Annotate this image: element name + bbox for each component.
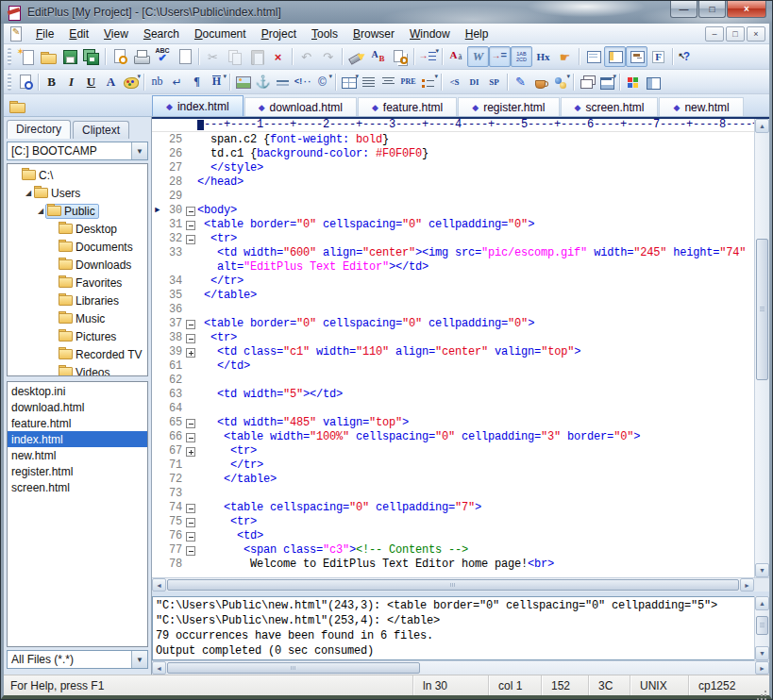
hex-viewer-button[interactable]: Hx <box>532 46 554 67</box>
view-in-browser-button[interactable] <box>623 72 643 92</box>
chevron-down-icon[interactable]: ▼ <box>131 651 147 668</box>
line-break-button[interactable]: ↵ <box>167 72 187 92</box>
word-wrap-button[interactable]: W <box>467 46 489 67</box>
menu-tools[interactable]: Tools <box>304 25 345 42</box>
fold-minus-box[interactable] <box>185 416 197 430</box>
delete-button[interactable]: × <box>267 46 289 67</box>
sidebar-tab-directory[interactable]: Directory <box>7 120 71 139</box>
print-preview-button[interactable] <box>109 46 130 67</box>
directory-tree[interactable]: C:\◢Users◢PublicDesktopDocumentsDownload… <box>7 163 148 376</box>
anchor-button[interactable]: ⚓ <box>253 72 273 92</box>
special-character-button[interactable]: ©▾ <box>312 72 332 92</box>
split-window-button[interactable] <box>643 72 663 92</box>
output-line[interactable]: "C:\Users\Public\new.html"(243,3): <tabl… <box>156 598 751 613</box>
output-vertical-scrollbar[interactable]: ▲ ▼ <box>754 596 769 660</box>
line-numbers-button[interactable]: 1AB 2CD <box>511 46 532 67</box>
scroll-right-arrow[interactable]: ► <box>740 578 754 592</box>
find-button[interactable] <box>345 46 367 67</box>
new-document-button[interactable] <box>15 46 37 67</box>
mdi-minimize-button[interactable]: – <box>705 26 724 42</box>
menu-help[interactable]: Help <box>458 25 496 42</box>
tree-item-public[interactable]: ◢Public <box>8 202 147 220</box>
replace-button[interactable] <box>367 46 389 67</box>
spell-check-button[interactable] <box>152 46 174 67</box>
fold-minus-box[interactable] <box>185 529 197 543</box>
resize-grip[interactable] <box>754 675 769 695</box>
italic-button[interactable]: I <box>61 72 81 92</box>
fold-minus-box[interactable] <box>185 501 197 515</box>
save-all-button[interactable] <box>80 46 102 67</box>
tree-item-users[interactable]: ◢Users <box>8 184 147 202</box>
context-help-button[interactable]: ? <box>676 46 697 67</box>
menu-search[interactable]: Search <box>136 25 187 42</box>
scroll-thumb[interactable] <box>756 616 768 635</box>
fold-plus-box[interactable] <box>185 444 197 458</box>
file-item-desktop.ini[interactable]: desktop.ini <box>8 383 147 399</box>
scroll-thumb[interactable] <box>167 662 420 674</box>
output-window[interactable]: "C:\Users\Public\new.html"(243,3): <tabl… <box>152 596 754 660</box>
minimize-button[interactable]: — <box>670 1 697 18</box>
find-in-files-button[interactable] <box>389 46 411 67</box>
close-button[interactable]: × <box>727 1 766 18</box>
fold-minus-box[interactable] <box>185 317 197 331</box>
tree-item-downloads[interactable]: Downloads <box>8 256 147 274</box>
save-file-button[interactable] <box>59 46 80 67</box>
directory-window-button[interactable] <box>604 46 626 67</box>
tab-feature.html[interactable]: ◆feature.html <box>358 97 457 116</box>
auto-indent-button[interactable] <box>489 46 511 67</box>
file-item-screen.html[interactable]: screen.html <box>8 479 147 495</box>
goto-line-button[interactable]: ▾ <box>417 46 439 67</box>
editor-vertical-scrollbar[interactable]: ▲ ▼ <box>754 119 769 577</box>
color-picker-button[interactable] <box>530 72 550 92</box>
project-folder-icon[interactable] <box>8 98 25 113</box>
fold-plus-box[interactable] <box>185 345 197 359</box>
tree-item-favorites[interactable]: Favorites <box>8 274 147 292</box>
fold-minus-box[interactable] <box>185 204 197 218</box>
cliptext-window-button[interactable] <box>626 46 647 67</box>
preformatted-button[interactable]: PRE <box>398 72 418 92</box>
edit-stylesheet-button[interactable]: ✎ <box>511 72 530 92</box>
menu-project[interactable]: Project <box>254 25 304 42</box>
file-item-download.html[interactable]: download.html <box>8 399 147 415</box>
menu-edit[interactable]: Edit <box>61 25 96 42</box>
scroll-right-arrow[interactable]: ► <box>755 661 769 675</box>
list-button[interactable]: ▾ <box>418 72 438 92</box>
copy-window-button[interactable] <box>577 72 597 92</box>
scroll-down-arrow[interactable]: ▼ <box>755 563 769 577</box>
tree-item-pictures[interactable]: Pictures <box>8 327 147 345</box>
chevron-down-icon[interactable]: ▼ <box>131 142 147 159</box>
file-item-new.html[interactable]: new.html <box>8 447 147 463</box>
horizontal-rule-button[interactable] <box>273 72 293 92</box>
scroll-track[interactable] <box>166 661 755 675</box>
drive-selector[interactable]: [C:] BOOTCAMP ▼ <box>7 142 148 160</box>
tab-index.html[interactable]: ◆index.html <box>152 95 244 116</box>
paste-button[interactable] <box>245 46 267 67</box>
fold-minus-box[interactable] <box>185 232 197 246</box>
arrange-windows-button[interactable]: ▾ <box>597 72 616 92</box>
toolbar-grip[interactable] <box>8 74 11 91</box>
function-list-button[interactable]: F <box>647 46 669 67</box>
bold-button[interactable]: B <box>42 72 61 92</box>
print-button[interactable] <box>130 46 152 67</box>
file-list[interactable]: desktop.inidownload.htmlfeature.htmlinde… <box>7 381 148 647</box>
font-button[interactable]: A <box>101 72 121 92</box>
fold-minus-box[interactable] <box>185 543 197 558</box>
scroll-thumb[interactable] <box>756 239 768 380</box>
set-font-button[interactable] <box>445 46 467 67</box>
heading-button[interactable]: H▾ <box>207 72 227 92</box>
fold-minus-box[interactable] <box>185 218 197 232</box>
align-center-button[interactable] <box>378 72 398 92</box>
scroll-down-arrow[interactable]: ▼ <box>755 646 769 660</box>
sp-tag-button[interactable]: SP <box>484 72 504 92</box>
file-item-register.html[interactable]: register.html <box>8 463 147 479</box>
output-line[interactable]: 79 occurrences have been found in 6 file… <box>156 628 751 643</box>
scroll-track[interactable] <box>166 578 740 592</box>
scroll-left-arrow[interactable]: ◄ <box>152 578 166 592</box>
scroll-left-arrow[interactable]: ◄ <box>152 661 166 675</box>
object-palette-button[interactable]: ▾ <box>550 72 570 92</box>
scroll-up-arrow[interactable]: ▲ <box>755 596 769 610</box>
redo-button[interactable]: ↷ <box>317 46 339 67</box>
copy-button[interactable] <box>224 46 245 67</box>
fold-minus-box[interactable] <box>185 331 197 345</box>
code-editor[interactable]: 25 span.c2 {font-weight: bold}26 td.c1 {… <box>152 132 754 577</box>
